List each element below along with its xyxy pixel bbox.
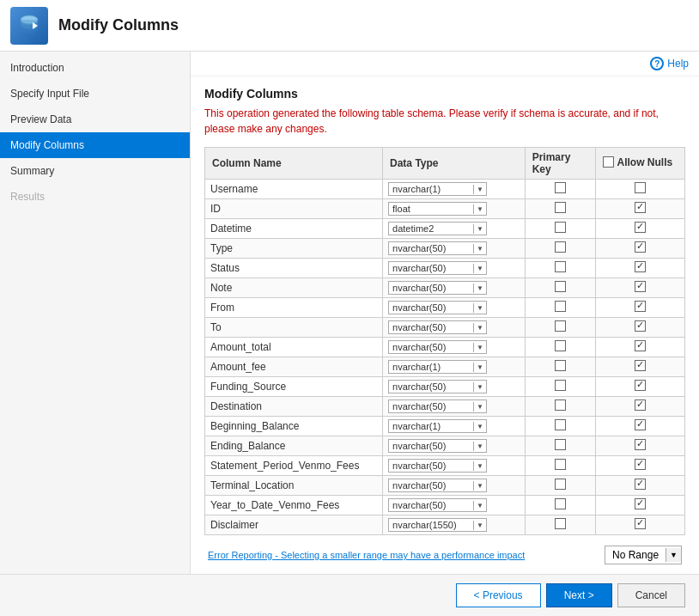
type-dropdown-arrow[interactable]: ▼ [473,303,486,313]
allow-nulls-checkbox[interactable] [635,380,646,391]
primary-key-checkbox[interactable] [555,301,566,312]
primary-key-checkbox[interactable] [555,222,566,233]
type-dropdown-arrow[interactable]: ▼ [473,363,486,372]
cancel-button[interactable]: Cancel [617,583,685,607]
primary-key-checkbox[interactable] [555,419,566,430]
type-dropdown-arrow[interactable]: ▼ [473,521,486,530]
type-select[interactable]: nvarchar(50)▼ [388,301,487,314]
type-dropdown-arrow[interactable]: ▼ [473,185,486,194]
type-select[interactable]: nvarchar(1)▼ [388,182,487,196]
primary-key-checkbox[interactable] [555,459,566,470]
allow-nulls-checkbox[interactable] [635,301,646,312]
type-select[interactable]: nvarchar(50)▼ [388,340,487,354]
range-select[interactable]: No Range ▼ [605,546,682,564]
sidebar-item-introduction[interactable]: Introduction [0,55,190,81]
allow-nulls-checkbox[interactable] [635,459,646,470]
cell-data-type: nvarchar(50)▼ [383,496,526,515]
allow-nulls-checkbox[interactable] [635,479,646,490]
main-content: Introduction Specify Input File Preview … [0,52,699,574]
error-reporting-link[interactable]: Error Reporting - Selecting a smaller ra… [208,550,525,560]
type-select[interactable]: nvarchar(50)▼ [388,459,487,473]
primary-key-checkbox[interactable] [555,439,566,450]
table-row: Statement_Period_Venmo_Feesnvarchar(50)▼ [205,456,685,476]
primary-key-checkbox[interactable] [555,261,566,272]
previous-button[interactable]: < Previous [456,583,541,607]
allow-nulls-checkbox[interactable] [635,281,646,292]
type-select[interactable]: nvarchar(50)▼ [388,241,487,255]
type-dropdown-arrow[interactable]: ▼ [473,442,486,451]
app-icon [10,7,48,45]
allow-nulls-checkbox[interactable] [635,320,646,332]
primary-key-checkbox[interactable] [555,479,566,490]
cell-primary-key [525,338,596,357]
allow-nulls-checkbox[interactable] [635,182,646,193]
primary-key-checkbox[interactable] [555,498,566,509]
primary-key-checkbox[interactable] [555,202,566,213]
allow-nulls-checkbox[interactable] [635,241,646,253]
type-dropdown-arrow[interactable]: ▼ [473,501,486,510]
type-dropdown-arrow[interactable]: ▼ [473,343,486,352]
allow-nulls-checkbox[interactable] [635,419,646,430]
primary-key-checkbox[interactable] [555,360,566,371]
cell-allow-nulls [596,456,685,476]
type-select[interactable]: nvarchar(50)▼ [388,479,487,492]
allow-nulls-header-checkbox[interactable] [603,156,614,168]
type-select[interactable]: nvarchar(50)▼ [388,498,487,512]
primary-key-checkbox[interactable] [555,182,566,193]
type-select[interactable]: nvarchar(1)▼ [388,360,487,374]
allow-nulls-checkbox[interactable] [635,222,646,233]
primary-key-checkbox[interactable] [555,281,566,292]
cell-data-type: nvarchar(50)▼ [383,377,526,397]
app-title: Modify Columns [58,16,179,34]
type-select[interactable]: nvarchar(50)▼ [388,261,487,275]
allow-nulls-checkbox[interactable] [635,202,646,213]
type-dropdown-arrow[interactable]: ▼ [473,461,486,471]
type-select[interactable]: float▼ [388,202,487,216]
primary-key-checkbox[interactable] [555,241,566,253]
type-select[interactable]: nvarchar(50)▼ [388,281,487,295]
type-select[interactable]: nvarchar(50)▼ [388,439,487,453]
type-select[interactable]: nvarchar(1)▼ [388,419,487,433]
table-row: IDfloat▼ [205,199,685,219]
allow-nulls-checkbox[interactable] [635,261,646,272]
cell-column-name: Statement_Period_Venmo_Fees [205,456,383,476]
type-select[interactable]: nvarchar(50)▼ [388,320,487,334]
type-dropdown-arrow[interactable]: ▼ [473,204,486,214]
primary-key-checkbox[interactable] [555,340,566,351]
primary-key-checkbox[interactable] [555,399,566,411]
primary-key-checkbox[interactable] [555,320,566,332]
cell-data-type: nvarchar(1)▼ [383,417,526,436]
sidebar-item-summary[interactable]: Summary [0,158,190,184]
cell-allow-nulls [596,515,685,535]
type-dropdown-arrow[interactable]: ▼ [473,284,486,293]
type-dropdown-arrow[interactable]: ▼ [473,264,486,273]
allow-nulls-checkbox[interactable] [635,498,646,509]
primary-key-checkbox[interactable] [555,380,566,391]
type-select[interactable]: datetime2▼ [388,222,487,235]
type-select[interactable]: nvarchar(1550)▼ [388,518,487,532]
range-dropdown-arrow[interactable]: ▼ [666,548,681,562]
sidebar-item-preview-data[interactable]: Preview Data [0,107,190,132]
table-row: Disclaimernvarchar(1550)▼ [205,515,685,535]
type-dropdown-arrow[interactable]: ▼ [473,224,486,234]
allow-nulls-checkbox[interactable] [635,399,646,411]
allow-nulls-checkbox[interactable] [635,439,646,450]
type-dropdown-arrow[interactable]: ▼ [473,244,486,253]
allow-nulls-checkbox[interactable] [635,340,646,351]
type-dropdown-arrow[interactable]: ▼ [473,382,486,392]
type-dropdown-arrow[interactable]: ▼ [473,402,486,412]
cell-column-name: ID [205,199,383,219]
sidebar-item-modify-columns[interactable]: Modify Columns [0,132,190,158]
sidebar-item-specify-input-file[interactable]: Specify Input File [0,81,190,107]
next-button[interactable]: Next > [546,583,612,607]
primary-key-checkbox[interactable] [555,518,566,529]
type-dropdown-arrow[interactable]: ▼ [473,481,486,491]
cell-column-name: Amount_total [205,338,383,357]
type-dropdown-arrow[interactable]: ▼ [473,323,486,332]
allow-nulls-checkbox[interactable] [635,518,646,529]
allow-nulls-checkbox[interactable] [635,360,646,371]
type-select[interactable]: nvarchar(50)▼ [388,399,487,413]
type-dropdown-arrow[interactable]: ▼ [473,422,486,431]
help-link[interactable]: ? Help [650,57,689,70]
type-select[interactable]: nvarchar(50)▼ [388,380,487,393]
